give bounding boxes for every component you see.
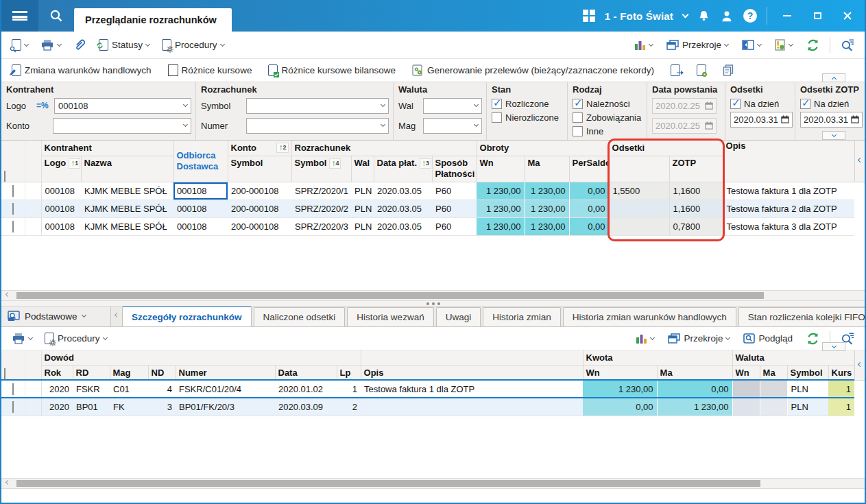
detail-refresh-button[interactable]: [803, 331, 823, 347]
zobowiazania-checkbox[interactable]: [573, 112, 583, 123]
close-button[interactable]: [837, 7, 858, 25]
refresh-button[interactable]: [803, 37, 823, 53]
tab-uwagi[interactable]: Uwagi: [436, 307, 481, 326]
nierozliczone-checkbox[interactable]: [492, 112, 502, 123]
column-header-rok[interactable]: Rok: [41, 365, 73, 380]
group-header-rozrachunek[interactable]: Rozrachunek: [291, 141, 477, 156]
column-header-ma[interactable]: Ma: [525, 156, 569, 182]
wal-combobox[interactable]: [423, 98, 482, 114]
collapse-detail-button[interactable]: [822, 342, 845, 351]
detail-przekroje-button[interactable]: Przekroje: [664, 331, 733, 346]
group-header-dowod[interactable]: Dowód: [41, 350, 361, 365]
print-button[interactable]: [37, 37, 64, 53]
scrollbar-thumb[interactable]: [16, 480, 760, 487]
column-header-logo[interactable]: Logo↑1: [41, 156, 81, 182]
collapse-filter-bottom-button[interactable]: [822, 131, 845, 140]
table-row[interactable]: 2020 BP01 FK 3 BP01/FK/20/3 2020.03.09 2…: [1, 398, 854, 416]
maximize-button[interactable]: [807, 7, 828, 25]
select-all-checkbox[interactable]: [4, 171, 5, 182]
column-header-opis[interactable]: Opis: [723, 141, 854, 182]
tab-historia-zmian[interactable]: Historia zmian: [483, 307, 561, 326]
zmiana-warunkow-button[interactable]: Zmiana warunków handlowych: [8, 62, 155, 78]
odsetki-na-dzien-checkbox[interactable]: [730, 99, 741, 109]
tab-historia-wezwan[interactable]: Historia wezwań: [347, 307, 433, 326]
copy-record-button[interactable]: [719, 62, 737, 78]
apps-grid-icon[interactable]: [583, 10, 595, 22]
column-header-kwota-wn[interactable]: Wn: [583, 365, 657, 380]
group-header-waluta[interactable]: Waluta: [732, 350, 854, 365]
chevron-down-icon[interactable]: [682, 12, 689, 19]
column-header-data[interactable]: Data: [275, 365, 337, 380]
column-header-data-plat[interactable]: Data płat.↑3: [374, 156, 432, 182]
select-all-checkbox-cell[interactable]: [1, 141, 25, 182]
column-header-odbiorca-dostawca[interactable]: OdbiorcaDostawca: [173, 141, 228, 182]
group-header-kwota[interactable]: Kwota: [583, 350, 732, 365]
help-icon[interactable]: ?: [743, 9, 757, 23]
generowanie-przelewow-button[interactable]: Generowanie przelewów (bieżący/zaznaczon…: [409, 62, 658, 78]
panel-splitter[interactable]: [1, 301, 865, 307]
group-header-konto[interactable]: Konto↑2: [228, 141, 291, 156]
view-selector[interactable]: Podstawowe: [1, 307, 111, 326]
data-powstania-od-field[interactable]: 2020.02.25: [652, 98, 717, 114]
column-header-mag[interactable]: Mag: [110, 365, 148, 380]
group-header-obroty[interactable]: Obroty: [477, 141, 609, 156]
column-header-wn[interactable]: Wn: [477, 156, 525, 182]
column-header-nazwa[interactable]: Nazwa: [81, 156, 173, 182]
numer-combobox[interactable]: [246, 118, 389, 134]
column-header-waluta-ma[interactable]: Ma: [760, 365, 787, 380]
column-header-numer[interactable]: Numer: [176, 365, 275, 380]
table-row[interactable]: 000108 KJMK MEBLE SPÓŁ 000108 200-000108…: [1, 217, 854, 235]
symbol-combobox[interactable]: [246, 98, 389, 114]
table-row[interactable]: 000108 KJMK MEBLE SPÓŁ 000108 200-000108…: [1, 200, 854, 217]
collapse-side-panel-rail[interactable]: [854, 141, 865, 182]
table-row[interactable]: 2020 FSKR C01 4 FSKR/C01/20/4 2020.01.02…: [1, 380, 854, 398]
group-header-kontrahent[interactable]: Kontrahent: [41, 141, 173, 156]
table-row[interactable]: 000108 KJMK MEBLE SPÓŁ 000108 200-000108…: [1, 182, 854, 200]
detail-grid-hscrollbar[interactable]: [1, 478, 865, 489]
advanced-search-button[interactable]: [837, 36, 858, 53]
column-header-opis[interactable]: Opis: [361, 365, 583, 380]
focused-cell[interactable]: 000108: [173, 182, 228, 200]
odsetki-date-field[interactable]: 2020.03.31: [730, 112, 793, 128]
notifications-bell-icon[interactable]: [697, 10, 710, 23]
select-all-checkbox-cell[interactable]: [1, 350, 25, 380]
podglad-button[interactable]: Podgląd: [740, 331, 796, 346]
column-header-nd[interactable]: ND: [148, 365, 176, 380]
attachments-button[interactable]: [70, 36, 90, 53]
group-header-odsetki[interactable]: Odsetki: [609, 141, 723, 156]
column-header-kurs[interactable]: Kurs: [828, 365, 854, 380]
column-header-rd[interactable]: RD: [73, 365, 110, 380]
detail-chart-button[interactable]: [632, 331, 658, 346]
mag-combobox[interactable]: [423, 118, 482, 134]
roznice-kursowe-button[interactable]: Różnice kursowe: [165, 62, 256, 78]
document-tab[interactable]: Przeglądanie rozrachunków: [74, 8, 232, 32]
column-header-symbol[interactable]: Symbol: [787, 365, 828, 380]
select-all-checkbox[interactable]: [4, 368, 5, 380]
column-header-lp[interactable]: Lp: [337, 365, 361, 380]
row-checkbox[interactable]: [12, 203, 14, 215]
collapse-filter-button[interactable]: [822, 73, 845, 82]
preview-button[interactable]: [8, 37, 32, 53]
dock-panel-button[interactable]: [738, 38, 765, 52]
validation-settings-button[interactable]: [771, 37, 796, 53]
zotp-date-field[interactable]: 2020.03.31: [800, 112, 863, 128]
column-header-konto-symbol[interactable]: Symbol: [228, 156, 291, 182]
export-record-button[interactable]: [667, 62, 684, 78]
collapse-side-panel-rail[interactable]: [854, 350, 865, 381]
detail-procedury-button[interactable]: Procedury: [41, 331, 110, 346]
minimize-button[interactable]: [777, 7, 797, 25]
run-process-button[interactable]: [693, 62, 710, 78]
inne-checkbox[interactable]: [573, 126, 583, 136]
rozliczone-checkbox[interactable]: [492, 99, 502, 109]
row-checkbox[interactable]: [12, 185, 14, 197]
logo-combobox[interactable]: 000108: [54, 98, 191, 114]
tab-historia-zmian-warunkow[interactable]: Historia zmian warunków handlowych: [563, 307, 736, 326]
chart-button[interactable]: [631, 38, 656, 53]
tab-szczegoly-rozrachunkow[interactable]: Szczegóły rozrachunków: [122, 307, 252, 326]
statusy-button[interactable]: Statusy: [95, 37, 153, 53]
column-header-waluta-wn[interactable]: Wn: [732, 365, 760, 380]
column-header-zotp[interactable]: ZOTP: [669, 156, 723, 182]
column-header-persaldo[interactable]: PerSaldo: [569, 156, 609, 182]
column-header-odsetki-value[interactable]: [609, 156, 669, 182]
detail-print-button[interactable]: [8, 331, 36, 347]
